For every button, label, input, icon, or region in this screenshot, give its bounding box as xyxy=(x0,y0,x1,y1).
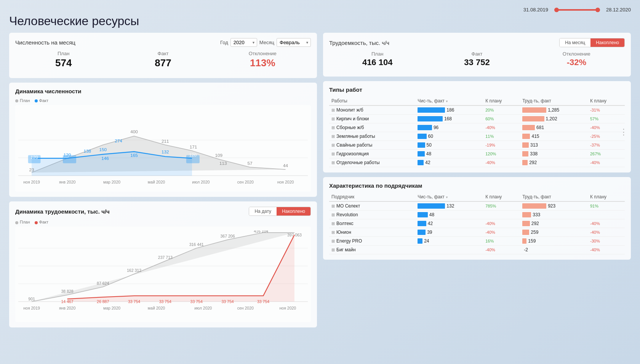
work-types-panel: Типы работ Работы Чис-ть, факт К плану Т… xyxy=(323,81,631,172)
month-select-wrapper[interactable]: Февраль Январь Март xyxy=(277,38,311,47)
lf-33754c: 33 754 xyxy=(190,299,203,304)
lxlabel-5: июл 2020 xyxy=(194,306,212,311)
expand-btn[interactable]: ⊞ xyxy=(331,117,335,121)
wt-col-headpct: К плану xyxy=(483,97,520,105)
table-row: ⊞Гидроизоляция48120%338267% xyxy=(329,150,625,158)
main-grid: Численность на месяц Год 2020 2019 Месяц xyxy=(9,33,631,327)
expand-btn[interactable]: ⊞ xyxy=(331,152,335,156)
expand-btn[interactable]: ⊞ xyxy=(331,239,335,243)
row-labor-pct: -40% xyxy=(588,219,625,228)
row-head-pct: -40% xyxy=(483,228,520,237)
lp-237713: 237 713 xyxy=(158,255,173,260)
labor-chart-area: 901 38 828 87 624 162 312 237 713 316 44… xyxy=(15,227,311,322)
labor-legend-fact: Факт xyxy=(35,220,48,224)
row-head-fact: 42 xyxy=(415,219,483,228)
ann-211: 211 xyxy=(162,139,169,144)
headcount-title: Численность на месяц xyxy=(15,39,75,46)
row-head-pct xyxy=(483,211,520,219)
labor-chart-legend: План Факт xyxy=(15,220,311,224)
labor-toggle-group[interactable]: На дату Накоплено xyxy=(249,207,311,216)
lp-38828: 38 828 xyxy=(61,289,74,294)
scroll-indicator-1[interactable]: ⋮ xyxy=(619,128,628,136)
slider-thumb-right[interactable] xyxy=(595,8,600,12)
row-labor-pct: -40% xyxy=(588,158,625,167)
xlabel-7: ноя 2020 xyxy=(277,180,294,184)
year-select-wrapper[interactable]: 2020 2019 xyxy=(230,38,257,47)
year-select[interactable]: 2020 2019 xyxy=(230,38,257,47)
month-select[interactable]: Февраль Январь Март xyxy=(277,38,311,47)
row-name: ⊞Сборные ж/б xyxy=(329,123,415,132)
expand-btn[interactable]: ⊞ xyxy=(331,204,335,208)
labor-stats-toggle[interactable]: На месяц Накоплено xyxy=(559,38,625,47)
row-head-pct: -40% xyxy=(483,123,520,132)
row-name: ⊞Монолит ж/б xyxy=(329,105,415,115)
labor-plan-value: 416 104 xyxy=(329,57,426,67)
lp-901: 901 xyxy=(28,297,35,301)
row-name: ⊞Свайные работы xyxy=(329,141,415,150)
expand-btn[interactable]: ⊞ xyxy=(331,247,335,252)
ann-146: 146 xyxy=(101,156,109,161)
headcount-plan-label: План xyxy=(15,51,112,56)
work-types-body: ⊞Монолит ж/б18620%1,285-31%⊞Кирпич и бло… xyxy=(329,105,625,167)
row-labor-pct: -31% xyxy=(588,105,625,115)
lp-316441: 316 441 xyxy=(189,242,204,247)
year-label: Год xyxy=(220,40,228,45)
lxlabel-2: янв 2020 xyxy=(59,306,76,311)
dynamics-headcount-title: Динамика численности xyxy=(15,88,311,94)
headcount-panel: Численность на месяц Год 2020 2019 Месяц xyxy=(9,33,317,78)
work-types-title: Типы работ xyxy=(329,86,625,93)
row-head-fact: 186 xyxy=(415,105,483,115)
labor-stats-header: Трудоемкость, тыс. ч/ч На месяц Накоплен… xyxy=(329,38,625,47)
row-labor-pct: -30% xyxy=(588,237,625,246)
expand-btn[interactable]: ⊞ xyxy=(331,221,335,226)
row-name: ⊞Юнион xyxy=(329,228,415,237)
row-name: ⊞Energy PRO xyxy=(329,237,415,246)
row-head-fact: 168 xyxy=(415,115,483,123)
month-label: Месяц xyxy=(259,40,274,45)
btn-date[interactable]: На дату xyxy=(249,207,277,216)
btn-accum[interactable]: Накоплено xyxy=(277,207,310,216)
labor-stats-panel: Трудоемкость, тыс. ч/ч На месяц Накоплен… xyxy=(323,33,631,77)
legend-fact: Факт xyxy=(35,98,48,103)
labor-fact-label: Факт xyxy=(429,51,525,57)
ann-171: 171 xyxy=(190,144,197,149)
labor-stats-row: План 416 104 Факт 33 752 Отклонение -32% xyxy=(329,51,625,67)
slider-track[interactable] xyxy=(554,9,600,11)
table-row: ⊞Земляные работы6011%415-25% xyxy=(329,132,625,141)
row-labor-fact: 415 xyxy=(520,132,588,141)
labor-btn-accum[interactable]: Накоплено xyxy=(590,38,624,47)
lxlabel-4: май 2020 xyxy=(148,306,165,311)
page-title: Человеческие ресурсы xyxy=(9,14,631,28)
legend-fact-dot xyxy=(35,99,38,102)
headcount-fact-value: 877 xyxy=(115,57,211,69)
chart-legend-headcount: План Факт xyxy=(15,98,311,103)
labor-fact-value: 33 752 xyxy=(429,57,525,67)
lxlabel-6: сен 2020 xyxy=(237,306,254,311)
expand-btn[interactable]: ⊞ xyxy=(331,230,335,235)
date-range-slider[interactable] xyxy=(554,9,600,11)
row-name: ⊞Биг майн xyxy=(329,246,415,254)
row-head-fact: 96 xyxy=(415,123,483,132)
lf-26887: 26 887 xyxy=(97,299,109,304)
row-head-pct: 11% xyxy=(483,132,520,141)
row-head-pct: -40% xyxy=(483,219,520,228)
slider-thumb-left[interactable] xyxy=(554,8,559,12)
expand-btn[interactable]: ⊞ xyxy=(331,125,335,130)
expand-btn[interactable]: ⊞ xyxy=(331,212,335,217)
ann-150: 150 xyxy=(99,147,107,152)
lxlabel-7: ноя 2020 xyxy=(280,306,296,311)
expand-btn[interactable]: ⊞ xyxy=(331,160,335,165)
xlabel-5: июл 2020 xyxy=(192,180,210,184)
expand-btn[interactable]: ⊞ xyxy=(331,108,335,112)
row-labor-pct: 91% xyxy=(588,201,625,211)
dynamics-labor-title: Динамика трудоемкости, тыс. ч/ч xyxy=(15,208,110,215)
expand-btn[interactable]: ⊞ xyxy=(331,143,335,147)
wt-col-name: Работы xyxy=(329,97,415,105)
lp-87624: 87 624 xyxy=(97,281,109,286)
row-head-pct: 16% xyxy=(483,237,520,246)
row-name: ⊞Земляные работы xyxy=(329,132,415,141)
xlabel-4: май 2020 xyxy=(148,180,165,184)
lf-33754b: 33 754 xyxy=(159,299,171,304)
labor-btn-month[interactable]: На месяц xyxy=(560,38,590,47)
expand-btn[interactable]: ⊞ xyxy=(331,134,335,139)
